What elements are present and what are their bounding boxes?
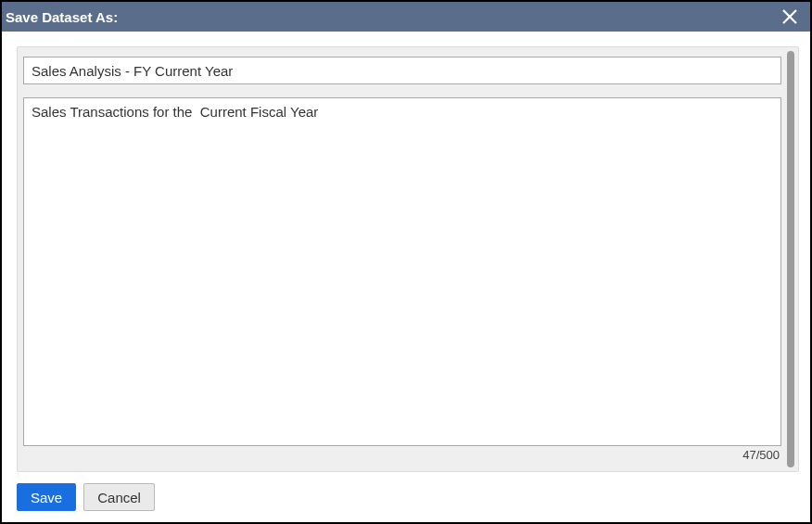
cancel-button[interactable]: Cancel — [83, 483, 155, 511]
vertical-scrollbar[interactable] — [787, 51, 794, 467]
dataset-name-input[interactable] — [23, 57, 781, 84]
close-button[interactable] — [777, 4, 803, 30]
dialog-titlebar: Save Dataset As: — [2, 2, 810, 32]
character-counter: 47/500 — [23, 446, 781, 462]
dataset-description-input[interactable] — [23, 97, 781, 446]
description-wrapper: 47/500 — [23, 97, 781, 462]
dialog-footer: Save Cancel — [17, 472, 799, 511]
save-button[interactable]: Save — [17, 483, 76, 511]
dialog-title: Save Dataset As: — [6, 9, 118, 25]
close-icon — [781, 8, 798, 25]
dialog-body: 47/500 Save Cancel — [2, 32, 810, 522]
form-panel: 47/500 — [17, 46, 799, 472]
